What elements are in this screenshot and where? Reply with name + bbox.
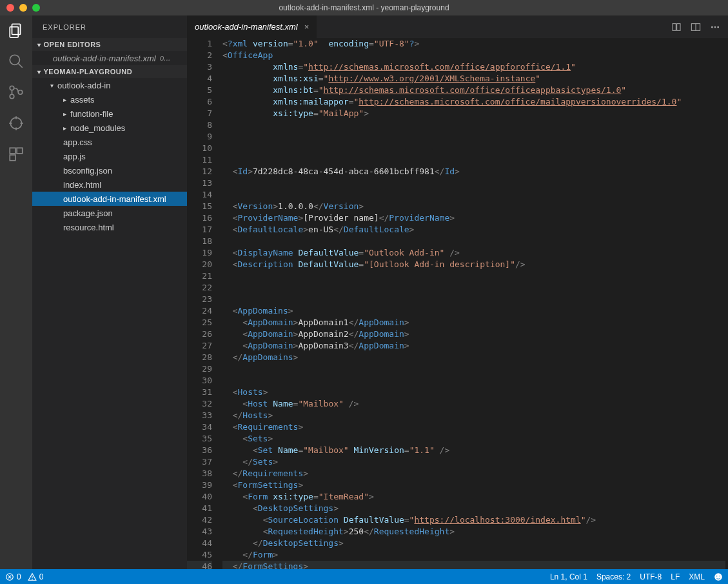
project-section[interactable]: ▾YEOMAN-PLAYGROUND	[32, 65, 187, 78]
split-editor-icon[interactable]	[691, 22, 701, 32]
svg-point-28	[716, 576, 718, 577]
files-icon[interactable]	[8, 22, 25, 39]
file-item[interactable]: resource.html	[32, 220, 187, 234]
window-controls	[6, 4, 40, 12]
close-tab-icon[interactable]: ×	[304, 22, 310, 32]
tabbar-actions	[671, 15, 728, 38]
svg-point-19	[711, 26, 713, 28]
project-label: YEOMAN-PLAYGROUND	[44, 68, 133, 76]
file-item-selected[interactable]: outlook-add-in-manifest.xml	[32, 192, 187, 206]
editor-tab[interactable]: outlook-add-in-manifest.xml ×	[187, 15, 317, 38]
svg-rect-15	[673, 23, 676, 30]
svg-rect-0	[12, 24, 21, 34]
status-bar: 0 0 Ln 1, Col 1 Spaces: 2 UTF-8 LF XML	[0, 569, 728, 584]
extensions-icon[interactable]	[8, 146, 25, 163]
explorer-sidebar: EXPLORER ▾OPEN EDITORS outlook-add-in-ma…	[32, 15, 187, 569]
code-editor[interactable]: 1234567891011121314151617181920212223242…	[187, 38, 728, 569]
file-item[interactable]: app.js	[32, 149, 187, 163]
indent-setting[interactable]: Spaces: 2	[596, 572, 631, 581]
folder-item[interactable]: function-file	[32, 106, 187, 121]
activity-bar	[0, 15, 32, 569]
svg-point-27	[714, 573, 722, 581]
open-editors-label: OPEN EDITORS	[44, 41, 101, 48]
explorer-title: EXPLORER	[32, 15, 187, 38]
svg-rect-14	[10, 155, 15, 161]
svg-point-6	[18, 90, 23, 95]
minimize-window[interactable]	[19, 4, 27, 12]
svg-line-3	[18, 63, 23, 68]
open-editors-section[interactable]: ▾OPEN EDITORS	[32, 38, 187, 51]
svg-point-4	[10, 86, 14, 90]
encoding[interactable]: UTF-8	[640, 572, 662, 581]
warning-count[interactable]: 0	[39, 572, 44, 581]
svg-point-2	[10, 55, 19, 65]
folder-item[interactable]: node_modules	[32, 121, 187, 135]
file-item[interactable]: app.css	[32, 135, 187, 149]
close-window[interactable]	[6, 4, 14, 12]
error-icon[interactable]	[5, 572, 14, 581]
error-count[interactable]: 0	[17, 572, 21, 581]
open-editor-item[interactable]: outlook-add-in-manifest.xmlo...	[32, 51, 187, 65]
cursor-position[interactable]: Ln 1, Col 1	[550, 572, 587, 581]
svg-point-5	[10, 94, 14, 99]
window-title: outlook-add-in-manifest.xml - yeoman-pla…	[279, 3, 449, 12]
more-icon[interactable]	[710, 22, 720, 32]
svg-rect-1	[10, 27, 18, 37]
code-content[interactable]: <?xml version="1.0" encoding="UTF-8"?><O…	[222, 38, 728, 569]
tab-title: outlook-add-in-manifest.xml	[195, 22, 298, 32]
svg-point-21	[718, 26, 719, 28]
svg-point-26	[32, 579, 32, 579]
folder-root[interactable]: outlook-add-in	[32, 78, 187, 92]
maximize-window[interactable]	[32, 4, 40, 12]
svg-point-20	[714, 26, 716, 28]
feedback-icon[interactable]	[714, 572, 723, 581]
eol[interactable]: LF	[671, 572, 680, 581]
svg-point-7	[10, 117, 21, 128]
warning-icon[interactable]	[28, 572, 37, 581]
svg-point-29	[720, 576, 721, 577]
file-item[interactable]: index.html	[32, 177, 187, 192]
titlebar: outlook-add-in-manifest.xml - yeoman-pla…	[0, 0, 728, 15]
tab-bar: outlook-add-in-manifest.xml ×	[187, 15, 728, 38]
svg-rect-13	[17, 148, 23, 154]
debug-icon[interactable]	[8, 115, 25, 132]
svg-rect-16	[677, 23, 680, 30]
svg-rect-12	[10, 148, 15, 154]
folder-item[interactable]: assets	[32, 92, 187, 106]
editor-area: outlook-add-in-manifest.xml × 1234567891…	[187, 15, 728, 569]
source-control-icon[interactable]	[8, 84, 25, 101]
file-tree: outlook-add-in assets function-file node…	[32, 78, 187, 234]
line-gutter: 1234567891011121314151617181920212223242…	[187, 38, 222, 569]
search-icon[interactable]	[8, 53, 25, 70]
file-item[interactable]: bsconfig.json	[32, 163, 187, 177]
file-item[interactable]: package.json	[32, 206, 187, 220]
compare-icon[interactable]	[671, 22, 682, 32]
language-mode[interactable]: XML	[689, 572, 705, 581]
